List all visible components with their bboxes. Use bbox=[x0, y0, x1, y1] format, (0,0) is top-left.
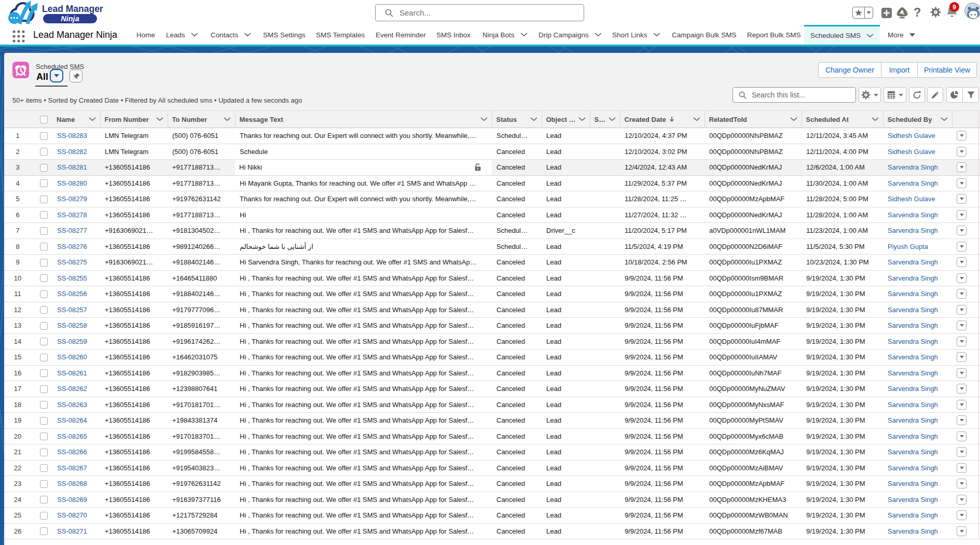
svg-text:Lead Manager: Lead Manager bbox=[42, 4, 103, 14]
svg-text:?: ? bbox=[914, 5, 921, 19]
svg-text:Ninja: Ninja bbox=[61, 15, 79, 23]
